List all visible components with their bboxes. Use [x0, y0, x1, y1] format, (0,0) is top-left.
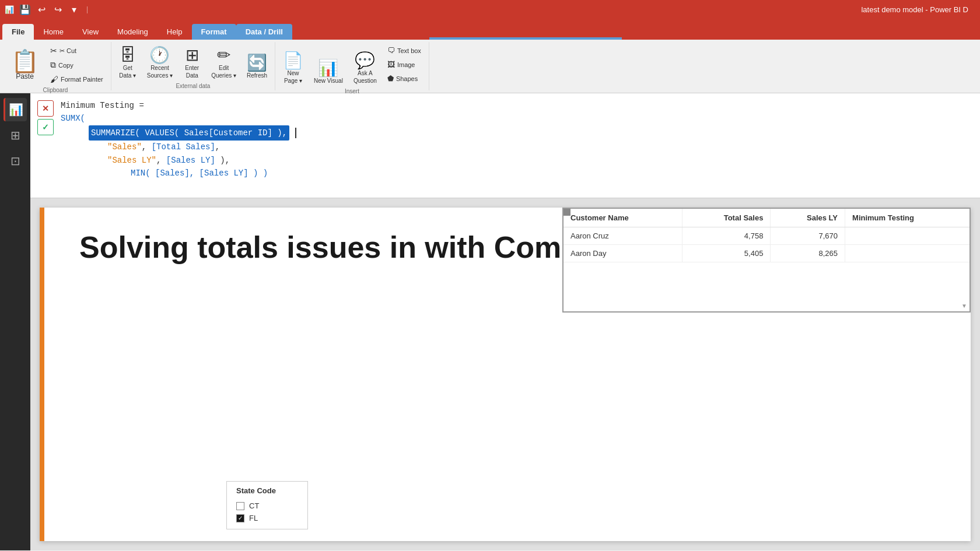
recent-sources-button[interactable]: 🕐 Recent Sources ▾: [143, 44, 177, 82]
cell-name-1: Aaron Day: [564, 245, 682, 262]
slicer-label-ct: CT: [249, 501, 259, 510]
clipboard-right: ✂ ✂ Cut ⧉ Copy 🖌 Format Painter: [47, 44, 106, 86]
slicer-label-fl: FL: [249, 514, 258, 522]
paste-button[interactable]: 📋 Paste: [5, 47, 45, 83]
new-page-icon: 📄: [283, 52, 303, 69]
external-data-label: External data: [176, 82, 210, 90]
col-header-sales-ly: Sales LY: [771, 209, 845, 227]
insert-buttons: 📄 New Page ▾ 📊 New Visual 💬 Ask A Questi…: [279, 42, 425, 87]
slicer-checkbox-fl[interactable]: [236, 514, 244, 522]
formula-line-5: "Sales LY", [Sales LY] ),: [107, 154, 971, 167]
formula-line-3: SUMMARIZE( VALUES( Sales[Customer ID] ),: [89, 125, 971, 141]
main-area: 📊 ⊞ ⊡ ✕ ✓ Minimum Testing = SUMX( SUMMAR…: [0, 93, 980, 550]
refresh-button[interactable]: 🔄 Refresh: [243, 52, 271, 82]
slicer-item-ct[interactable]: CT: [236, 500, 298, 512]
clipboard-top: 📋 Paste ✂ ✂ Cut ⧉ Copy 🖌 Format Painter: [5, 44, 106, 86]
cursor: [295, 128, 296, 138]
format-painter-icon: 🖌: [50, 75, 58, 84]
external-data-buttons: 🗄 Get Data ▾ 🕐 Recent Sources ▾ ⊞ Enter …: [115, 42, 271, 82]
cell-total-sales-0: 4,758: [682, 227, 771, 245]
format-painter-button[interactable]: 🖌 Format Painter: [47, 73, 106, 86]
page-canvas: Solving totals issues in with Complex St…: [30, 198, 980, 550]
report-icon: 📊: [9, 103, 23, 117]
slicer-checkbox-ct[interactable]: [236, 502, 244, 510]
text-box-button[interactable]: 🗨 Text box: [383, 44, 425, 57]
redo-button[interactable]: ↪: [51, 3, 64, 16]
cell-sales-ly-0: 7,670: [771, 227, 845, 245]
formula-line-2: SUMX(: [61, 112, 971, 125]
insert-right-group: 🗨 Text box 🖼 Image ⬟ Shapes: [383, 44, 425, 87]
slicer: State Code CT FL: [226, 481, 308, 529]
formula-cancel-button[interactable]: ✕: [37, 100, 54, 117]
external-data-group: 🗄 Get Data ▾ 🕐 Recent Sources ▾ ⊞ Enter …: [111, 42, 275, 90]
sidebar-item-data[interactable]: ⊞: [4, 124, 27, 147]
cut-button[interactable]: ✂ ✂ Cut: [47, 44, 106, 57]
ask-question-icon: 💬: [355, 52, 375, 69]
formula-controls: ✕ ✓: [37, 100, 54, 135]
col-header-customer: Customer Name: [564, 209, 682, 227]
new-page-button[interactable]: 📄 New Page ▾: [279, 50, 307, 87]
col-header-total-sales: Total Sales: [682, 209, 771, 227]
get-data-button[interactable]: 🗄 Get Data ▾: [115, 44, 141, 82]
paste-icon: 📋: [11, 50, 38, 72]
model-icon: ⊡: [10, 154, 20, 168]
cell-sales-ly-1: 8,265: [771, 245, 845, 262]
table-resize-handle[interactable]: [564, 209, 570, 216]
sidebar: 📊 ⊞ ⊡: [0, 93, 30, 550]
data-table-container: Customer Name Total Sales Sales LY Minim…: [562, 208, 971, 313]
highlighted-formula: SUMMARIZE( VALUES( Sales[Customer ID] ),: [89, 125, 289, 141]
get-data-icon: 🗄: [120, 47, 136, 64]
ask-question-button[interactable]: 💬 Ask A Question: [349, 50, 381, 87]
tab-modeling[interactable]: Modeling: [108, 24, 158, 40]
table-row: Aaron Day 5,405 8,265: [564, 245, 970, 262]
recent-sources-icon: 🕐: [149, 47, 170, 64]
enter-data-icon: ⊞: [186, 47, 199, 64]
clipboard-group: 📋 Paste ✂ ✂ Cut ⧉ Copy 🖌 Format Painter …: [0, 42, 111, 90]
tab-data-drill[interactable]: Data / Drill: [236, 24, 292, 40]
logo-icon: 📊: [5, 5, 14, 14]
ribbon-tabs: File Home View Modeling Help Format Data…: [0, 19, 980, 40]
new-visual-icon: 📊: [318, 60, 338, 76]
cell-min-testing-1: [845, 245, 970, 262]
enter-data-button[interactable]: ⊞ Enter Data: [179, 44, 205, 82]
orange-accent-bar: [40, 208, 44, 541]
save-button[interactable]: 💾: [19, 3, 32, 16]
ribbon: 📋 Paste ✂ ✂ Cut ⧉ Copy 🖌 Format Painter …: [0, 40, 980, 93]
data-icon: ⊞: [10, 128, 20, 142]
sidebar-item-report[interactable]: 📊: [4, 98, 27, 121]
cell-name-0: Aaron Cruz: [564, 227, 682, 245]
cell-min-testing-0: [845, 227, 970, 245]
formula-content[interactable]: Minimum Testing = SUMX( SUMMARIZE( VALUE…: [58, 97, 973, 182]
edit-queries-button[interactable]: ✏ Edit Queries ▾: [207, 44, 240, 82]
shapes-icon: ⬟: [387, 74, 394, 83]
copy-button[interactable]: ⧉ Copy: [47, 58, 106, 72]
tab-format[interactable]: Format: [192, 24, 236, 40]
copy-icon: ⧉: [50, 60, 56, 70]
scroll-arrow-icon[interactable]: ▼: [961, 303, 967, 309]
insert-group: 📄 New Page ▾ 📊 New Visual 💬 Ask A Questi…: [275, 42, 429, 90]
quick-access-toolbar: 💾 ↩ ↪ ▾ |: [19, 3, 90, 16]
formula-line-6: MIN( [Sales], [Sales LY] ) ): [131, 167, 971, 180]
dropdown-button[interactable]: ▾: [68, 3, 80, 16]
slicer-item-fl[interactable]: FL: [236, 512, 298, 524]
window-title: latest demo model - Power BI D: [861, 5, 975, 14]
image-button[interactable]: 🖼 Image: [383, 58, 425, 71]
cut-icon: ✂: [50, 46, 57, 55]
title-bar: 📊 💾 ↩ ↪ ▾ | latest demo model - Power BI…: [0, 0, 980, 19]
edit-queries-icon: ✏: [217, 47, 230, 64]
formula-line-1: Minimum Testing =: [61, 99, 971, 112]
image-icon: 🖼: [387, 60, 395, 69]
sidebar-item-model[interactable]: ⊡: [4, 149, 27, 173]
new-visual-button[interactable]: 📊 New Visual: [310, 57, 347, 87]
undo-button[interactable]: ↩: [35, 3, 48, 16]
shapes-button[interactable]: ⬟ Shapes: [383, 72, 425, 85]
canvas-area: ✕ ✓ Minimum Testing = SUMX( SUMMARIZE( V…: [30, 93, 980, 550]
data-table: Customer Name Total Sales Sales LY Minim…: [564, 209, 970, 262]
formula-confirm-button[interactable]: ✓: [37, 119, 54, 135]
tab-file[interactable]: File: [2, 24, 34, 40]
app-logo: 📊: [5, 5, 14, 14]
tab-help[interactable]: Help: [158, 24, 192, 40]
formula-line-4: "Sales", [Total Sales],: [107, 141, 971, 153]
tab-home[interactable]: Home: [34, 24, 73, 40]
tab-view[interactable]: View: [73, 24, 108, 40]
